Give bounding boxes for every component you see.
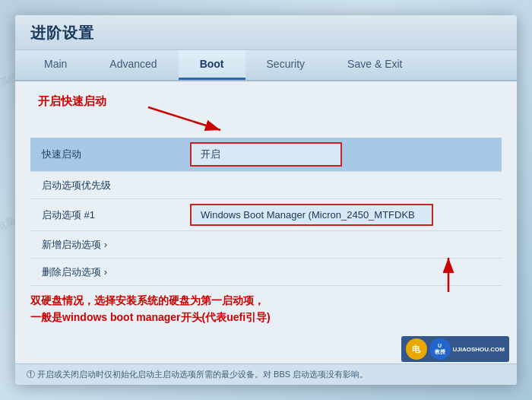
bottom-annotation-line1: 双硬盘情况，选择安装系统的硬盘为第一启动项， bbox=[30, 292, 502, 309]
boot-option-1-row[interactable]: 启动选项 #1 Windows Boot Manager (Micron_245… bbox=[30, 199, 502, 231]
fast-boot-value-container: 开启 bbox=[182, 138, 502, 171]
boot-option-1-value-box[interactable]: Windows Boot Manager (Micron_2450_MTFDKB bbox=[190, 204, 433, 226]
window-title: 进阶设置 bbox=[30, 23, 502, 43]
tab-main[interactable]: Main bbox=[23, 50, 88, 80]
badge-circle-center: U教授 bbox=[429, 338, 451, 360]
top-annotation-area: 开启快速启动 bbox=[30, 90, 502, 136]
tab-advanced[interactable]: Advanced bbox=[88, 50, 178, 80]
settings-list: 快速启动 开启 启动选项优先级 启动选项 #1 Windows Boot Man… bbox=[30, 138, 502, 286]
add-boot-option-label: 新增启动选项 › bbox=[30, 232, 182, 258]
tab-boot[interactable]: Boot bbox=[179, 50, 245, 80]
bios-window: 进阶设置 Main Advanced Boot Security Save & … bbox=[15, 15, 517, 385]
fast-boot-row[interactable]: 快速启动 开启 bbox=[30, 138, 502, 172]
boot-option-priority-label: 启动选项优先级 bbox=[30, 173, 182, 198]
info-bar-text: ① 开启或关闭启动时仅初始化启动主启动选项所需的最少设备。对 BBS 启动选项没… bbox=[27, 370, 368, 379]
svg-line-1 bbox=[148, 107, 220, 130]
bottom-annotation-line2: 一般是windows boot manager开头(代表uefi引导) bbox=[30, 309, 502, 325]
badge-site-label: UJIAOSHOU.COM bbox=[453, 346, 505, 353]
badge-circle-left: 电 bbox=[406, 338, 427, 360]
delete-boot-chevron: › bbox=[104, 266, 107, 278]
tab-security[interactable]: Security bbox=[245, 50, 327, 80]
fast-boot-label: 快速启动 bbox=[30, 141, 182, 167]
content-area: 开启快速启动 快速启动 开启 启动选项优 bbox=[15, 81, 517, 334]
top-annotation-label: 开启快速启动 bbox=[38, 94, 106, 109]
add-boot-option-row[interactable]: 新增启动选项 › bbox=[30, 231, 502, 259]
boot-option-priority-value bbox=[182, 181, 502, 190]
delete-boot-option-label: 删除启动选项 › bbox=[30, 259, 182, 285]
bottom-annotation-text: 双硬盘情况，选择安装系统的硬盘为第一启动项， 一般是windows boot m… bbox=[30, 292, 502, 326]
bottom-annotation-area: 双硬盘情况，选择安装系统的硬盘为第一启动项， 一般是windows boot m… bbox=[30, 292, 502, 326]
title-bar: 进阶设置 bbox=[15, 15, 517, 50]
tab-bar: Main Advanced Boot Security Save & Exit bbox=[15, 50, 517, 81]
corner-badge-area: 电 U教授 UJIAOSHOU.COM bbox=[401, 336, 509, 362]
add-boot-chevron: › bbox=[104, 239, 107, 250]
info-bar: ① 开启或关闭启动时仅初始化启动主启动选项所需的最少设备。对 BBS 启动选项没… bbox=[15, 363, 517, 385]
tab-save-exit[interactable]: Save & Exit bbox=[326, 50, 423, 80]
fast-boot-value-box[interactable]: 开启 bbox=[190, 142, 342, 167]
delete-boot-option-row[interactable]: 删除启动选项 › bbox=[30, 259, 502, 286]
boot-option-priority-row[interactable]: 启动选项优先级 bbox=[30, 172, 502, 199]
boot-option-1-label: 启动选项 #1 bbox=[30, 202, 182, 228]
boot-option-1-value-container: Windows Boot Manager (Micron_2450_MTFDKB bbox=[182, 199, 502, 230]
